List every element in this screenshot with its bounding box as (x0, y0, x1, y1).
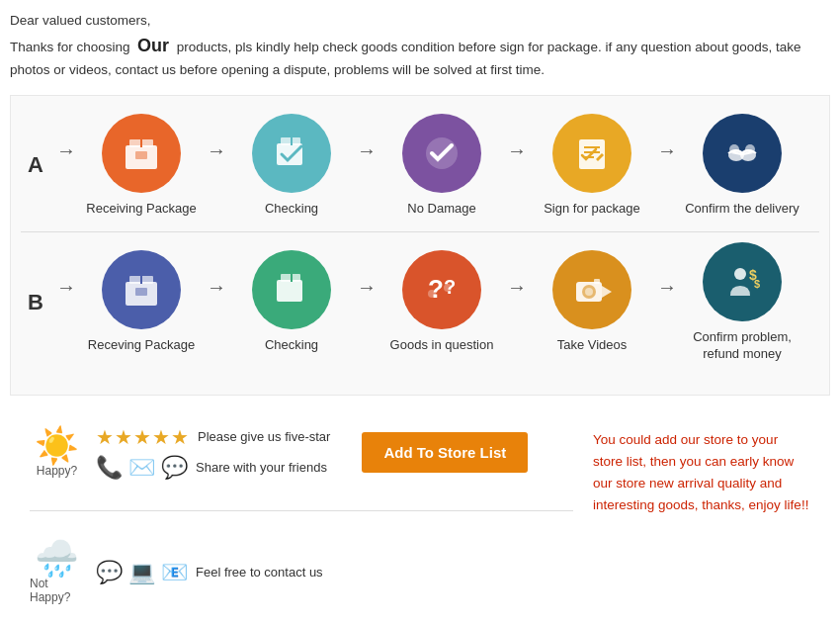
step-b2-circle (252, 250, 331, 329)
step-a2-circle (252, 114, 331, 193)
email-icon: ✉️ (128, 455, 155, 481)
svg-rect-30 (594, 279, 600, 284)
step-b3: ? ? Goods in question (382, 250, 501, 354)
chat-icon: 💬 (161, 455, 188, 481)
svg-rect-19 (135, 288, 147, 296)
step-b1-circle (102, 250, 181, 329)
arrow-a2: → (357, 139, 377, 192)
step-a3-label: No Damage (407, 201, 475, 218)
arrow-b1: → (207, 276, 226, 328)
flow-label-a: A (21, 152, 50, 178)
arrow-a3: → (507, 139, 527, 192)
svg-point-29 (585, 288, 593, 296)
step-a4-circle (552, 114, 631, 193)
svg-rect-3 (135, 151, 147, 159)
svg-text:$: $ (754, 278, 760, 290)
step-b2: Checking (232, 250, 351, 354)
step-b3-circle: ? ? (402, 250, 481, 329)
nothappy-row: 🌧️ Not Happy? 💬 💻 📧 Feel free to contact… (30, 541, 573, 604)
bottom-section: ☀️ Happy? ★★★★★ Please give us five-star… (10, 415, 830, 614)
arrow-a4: → (657, 139, 677, 192)
nothappy-icon-label: 🌧️ Not Happy? (30, 541, 84, 604)
step-b5-label: Confirm problem,refund money (693, 329, 792, 363)
step-a2-label: Checking (265, 201, 318, 218)
flow-section: A → Receiving Package → (10, 95, 830, 396)
contact-text: Feel free to contact us (196, 565, 323, 580)
step-a4: Sign for package (533, 114, 651, 218)
share-text: Share with your friends (196, 460, 327, 475)
happy-icon-label: ☀️ Happy? (30, 428, 84, 478)
contact-icons: 💬 💻 📧 (96, 560, 188, 585)
step-b4: Take Videos (533, 250, 651, 354)
happy-label: Happy? (37, 464, 77, 478)
arrow-b0: → (56, 276, 76, 328)
flow-label-b: B (21, 290, 50, 315)
share-icons: 📞 ✉️ 💬 (96, 455, 188, 481)
arrow-b3: → (507, 276, 527, 328)
step-b3-label: Goods in question (390, 337, 494, 354)
step-b1: Receving Package (82, 250, 201, 354)
step-b5-circle: $ $ (703, 242, 782, 321)
add-to-store-button[interactable]: Add To Store List (362, 432, 528, 473)
add-btn-wrap: Add To Store List (362, 432, 528, 473)
arrow-a1: → (207, 139, 226, 192)
phone-icon: 📞 (96, 455, 123, 481)
stars-text: Please give us five-star (198, 429, 330, 444)
svg-point-26 (444, 284, 452, 292)
chat-blue-icon: 💬 (96, 560, 123, 585)
step-a1: Receiving Package (82, 114, 201, 218)
mail-orange-icon: 📧 (161, 560, 188, 585)
step-a2: Checking (232, 114, 351, 218)
svg-point-32 (734, 268, 746, 280)
intro-line2: Thanks for choosing Our products, pls ki… (10, 32, 830, 81)
right-panel: You could add our store to your store li… (593, 425, 810, 604)
arrow-a0: → (56, 139, 76, 192)
sun-icon: ☀️ (35, 428, 79, 464)
intro-section: Dear valued customers, Thanks for choosi… (10, 10, 830, 81)
arrow-b4: → (657, 276, 677, 328)
star-rating: ★★★★★ (96, 425, 190, 449)
skype-icon: 💻 (128, 560, 155, 585)
arrow-b2: → (357, 276, 377, 328)
step-b1-label: Receving Package (88, 337, 195, 354)
step-a3: No Damage (382, 114, 501, 218)
svg-text:?: ? (428, 274, 444, 304)
brand-name: Our (137, 36, 169, 55)
flow-row-a: A → Receiving Package → (21, 114, 819, 218)
step-b2-label: Checking (265, 337, 318, 354)
step-b4-circle (552, 250, 631, 329)
nothappy-label: Not Happy? (30, 577, 84, 604)
flow-row-b: B → Receving Package → (21, 242, 819, 363)
step-a4-label: Sign for package (544, 201, 640, 218)
step-a5: Confirm the delivery (683, 114, 801, 218)
svg-point-25 (428, 290, 436, 298)
step-a1-label: Receiving Package (86, 201, 196, 218)
step-a1-circle (102, 114, 181, 193)
intro-line1: Dear valued customers, (10, 10, 830, 32)
step-a5-label: Confirm the delivery (685, 201, 799, 218)
step-b5: $ $ Confirm problem,refund money (683, 242, 801, 363)
step-b4-label: Take Videos (557, 337, 628, 354)
left-panel: ☀️ Happy? ★★★★★ Please give us five-star… (30, 425, 573, 604)
cloud-rain-icon: 🌧️ (35, 541, 79, 577)
svg-marker-31 (602, 286, 612, 298)
happy-row: ☀️ Happy? ★★★★★ Please give us five-star… (30, 425, 573, 481)
promo-text: You could add our store to your store li… (593, 432, 808, 513)
thanks-text: Thanks for choosing (10, 40, 130, 54)
step-a3-circle (402, 114, 481, 193)
svg-rect-20 (277, 280, 302, 302)
step-a5-circle (703, 114, 782, 193)
